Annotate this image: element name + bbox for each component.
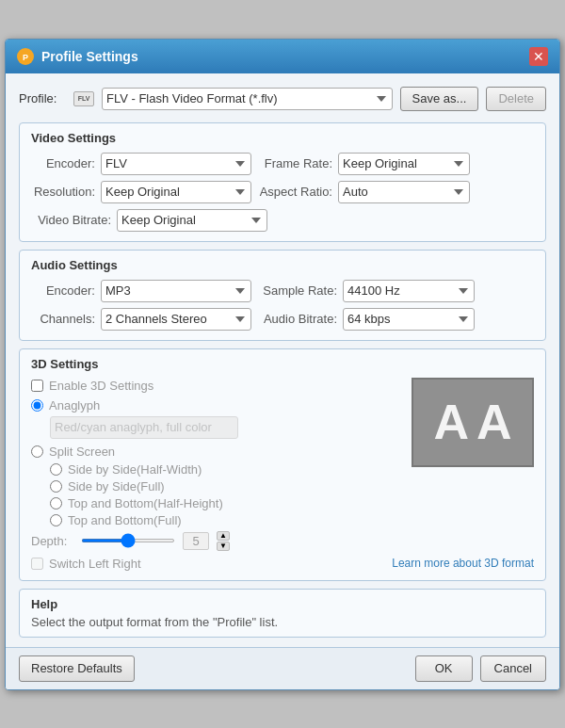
anaglyph-label: Anaglyph bbox=[49, 398, 100, 413]
depth-spinners: ▲ ▼ bbox=[217, 531, 230, 551]
depth-label: Depth: bbox=[31, 534, 73, 548]
top-full-radio[interactable] bbox=[50, 514, 62, 526]
profile-row: Profile: FLV FLV - Flash Video Format (*… bbox=[19, 83, 546, 115]
help-section: Help Select the output format from the "… bbox=[19, 589, 546, 638]
profile-label: Profile: bbox=[19, 91, 66, 105]
learn-more-link[interactable]: Learn more about 3D format bbox=[392, 557, 534, 570]
depth-value: 5 bbox=[183, 532, 209, 550]
3d-settings-section: 3D Settings A A Enable 3D Settings Anagl… bbox=[19, 348, 546, 581]
framerate-select[interactable]: Keep Original bbox=[338, 153, 470, 175]
switch-left-right-checkbox bbox=[31, 558, 43, 570]
close-button[interactable]: ✕ bbox=[529, 47, 548, 66]
profile-settings-dialog: P Profile Settings ✕ Profile: FLV FLV - … bbox=[5, 39, 560, 690]
title-bar: P Profile Settings ✕ bbox=[6, 40, 559, 73]
profile-format-icon: FLV bbox=[73, 91, 94, 106]
split-screen-radio[interactable] bbox=[31, 445, 43, 458]
svg-text:P: P bbox=[23, 53, 28, 62]
audio-bitrate-label: Audio Bitrate: bbox=[257, 312, 337, 326]
side-full-row: Side by Side(Full) bbox=[50, 479, 534, 493]
dialog-footer: Restore Defaults OK Cancel bbox=[6, 647, 559, 689]
audio-encoder-select[interactable]: MP3 bbox=[101, 280, 251, 302]
depth-down-button[interactable]: ▼ bbox=[217, 542, 230, 551]
resolution-select[interactable]: Keep Original bbox=[101, 181, 251, 203]
audio-form-grid: Encoder: MP3 Sample Rate: 44100 Hz Chann… bbox=[31, 280, 534, 331]
top-half-label: Top and Bottom(Half-Height) bbox=[68, 496, 223, 510]
switch-row: Switch Left Right Learn more about 3D fo… bbox=[31, 557, 534, 571]
footer-right-buttons: OK Cancel bbox=[415, 655, 546, 682]
profile-select[interactable]: FLV - Flash Video Format (*.flv) bbox=[102, 88, 393, 110]
video-form-grid: Encoder: FLV Frame Rate: Keep Original R… bbox=[31, 153, 534, 232]
title-bar-left: P Profile Settings bbox=[17, 48, 138, 65]
3d-preview: A A bbox=[412, 378, 534, 467]
audio-bitrate-select[interactable]: 64 kbps bbox=[343, 308, 475, 331]
audio-settings-section: Audio Settings Encoder: MP3 Sample Rate:… bbox=[19, 250, 546, 341]
channels-select[interactable]: 2 Channels Stereo bbox=[101, 308, 251, 331]
audio-encoder-label: Encoder: bbox=[31, 283, 95, 298]
top-half-radio[interactable] bbox=[50, 497, 62, 510]
save-as-button[interactable]: Save as... bbox=[400, 87, 479, 111]
preview-letter-left: A bbox=[433, 394, 469, 450]
side-full-label: Side by Side(Full) bbox=[68, 479, 165, 493]
video-encoder-row: Encoder: FLV Frame Rate: Keep Original bbox=[31, 153, 534, 175]
3d-settings-title: 3D Settings bbox=[31, 357, 534, 371]
video-encoder-select[interactable]: FLV bbox=[101, 153, 251, 175]
encoder-label: Encoder: bbox=[31, 156, 95, 170]
switch-left-right-label: Switch Left Right bbox=[49, 557, 141, 571]
top-half-row: Top and Bottom(Half-Height) bbox=[50, 496, 534, 510]
depth-up-button[interactable]: ▲ bbox=[217, 531, 230, 541]
cancel-button[interactable]: Cancel bbox=[480, 655, 546, 682]
enable-3d-checkbox[interactable] bbox=[31, 380, 43, 392]
help-title: Help bbox=[31, 597, 534, 611]
delete-button[interactable]: Delete bbox=[486, 87, 546, 111]
switch-left-right-container: Switch Left Right bbox=[31, 557, 141, 571]
aspect-ratio-label: Aspect Ratio: bbox=[257, 185, 332, 199]
dialog-content: Profile: FLV FLV - Flash Video Format (*… bbox=[6, 73, 559, 647]
channels-row: Channels: 2 Channels Stereo Audio Bitrat… bbox=[31, 308, 534, 331]
audio-encoder-row: Encoder: MP3 Sample Rate: 44100 Hz bbox=[31, 280, 534, 302]
side-full-radio[interactable] bbox=[50, 480, 62, 493]
top-full-row: Top and Bottom(Full) bbox=[50, 513, 534, 527]
split-screen-label: Split Screen bbox=[49, 445, 115, 459]
depth-row: Depth: 5 ▲ ▼ bbox=[31, 531, 534, 551]
ok-button[interactable]: OK bbox=[415, 655, 473, 682]
video-bitrate-row: Video Bitrate: Keep Original bbox=[31, 209, 534, 232]
anaglyph-radio[interactable] bbox=[31, 399, 43, 412]
sample-rate-label: Sample Rate: bbox=[257, 283, 337, 298]
video-bitrate-label: Video Bitrate: bbox=[31, 213, 111, 227]
video-bitrate-select[interactable]: Keep Original bbox=[117, 209, 267, 232]
preview-letter-right: A bbox=[476, 394, 512, 450]
resolution-label: Resolution: bbox=[31, 185, 95, 199]
dialog-title: Profile Settings bbox=[41, 49, 138, 64]
framerate-label: Frame Rate: bbox=[257, 156, 332, 170]
video-settings-title: Video Settings bbox=[31, 131, 534, 145]
restore-defaults-button[interactable]: Restore Defaults bbox=[19, 655, 135, 682]
anaglyph-type-select: Red/cyan anaglyph, full color bbox=[50, 416, 238, 439]
channels-label: Channels: bbox=[31, 312, 95, 326]
app-icon: P bbox=[17, 48, 34, 65]
top-full-label: Top and Bottom(Full) bbox=[68, 513, 182, 527]
sample-rate-select[interactable]: 44100 Hz bbox=[343, 280, 475, 302]
side-half-label: Side by Side(Half-Width) bbox=[68, 462, 202, 477]
video-settings-section: Video Settings Encoder: FLV Frame Rate: … bbox=[19, 122, 546, 242]
enable-3d-label: Enable 3D Settings bbox=[49, 379, 153, 393]
help-text: Select the output format from the "Profi… bbox=[31, 615, 534, 629]
depth-slider[interactable] bbox=[81, 539, 175, 542]
resolution-row: Resolution: Keep Original Aspect Ratio: … bbox=[31, 181, 534, 203]
aspect-ratio-select[interactable]: Auto bbox=[338, 181, 470, 203]
side-half-radio[interactable] bbox=[50, 463, 62, 476]
audio-settings-title: Audio Settings bbox=[31, 258, 534, 272]
